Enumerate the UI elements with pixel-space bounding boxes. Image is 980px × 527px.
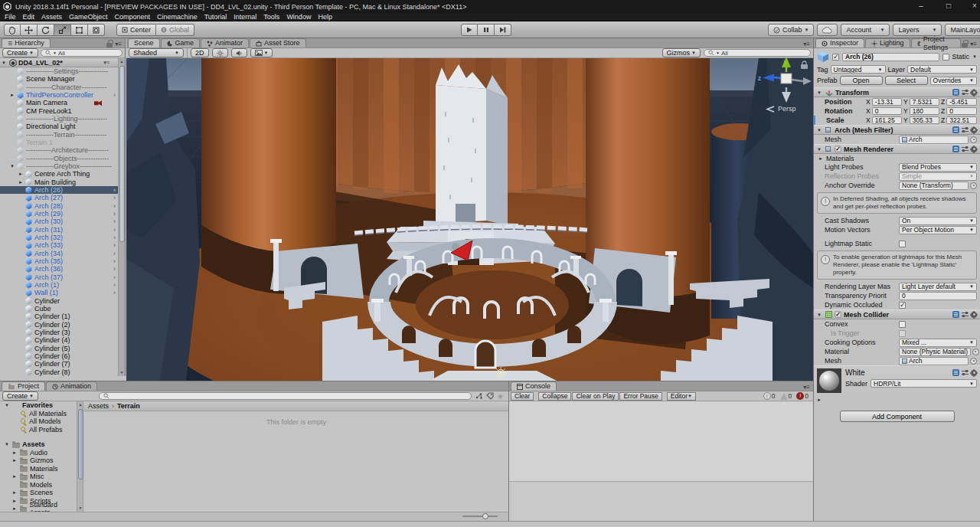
breadcrumb-root[interactable]: Assets bbox=[88, 402, 109, 410]
hierarchy-item[interactable]: Arch (27) bbox=[0, 194, 119, 201]
axis-y-label[interactable]: y bbox=[783, 58, 787, 66]
menu-cinemachine[interactable]: Cinemachine bbox=[157, 13, 198, 21]
hierarchy-item[interactable]: ThirdPersonController bbox=[0, 91, 119, 99]
dynamic-occluded-checkbox[interactable] bbox=[899, 302, 906, 309]
menu-edit[interactable]: Edit bbox=[23, 13, 35, 21]
2d-toggle[interactable]: 2D bbox=[191, 48, 209, 57]
hierarchy-item[interactable]: Arch (29) bbox=[0, 210, 119, 218]
project-tree-item[interactable]: Materials bbox=[0, 465, 77, 473]
hierarchy-item[interactable]: Arch (31) bbox=[0, 226, 119, 234]
mesh-collider-header[interactable]: ▼Mesh Collider bbox=[814, 309, 980, 319]
menu-window[interactable]: Window bbox=[286, 13, 311, 21]
panel-menu-icon[interactable]: ▾≡ bbox=[115, 41, 122, 47]
collider-enabled-checkbox[interactable] bbox=[835, 311, 841, 317]
hand-tool-button[interactable] bbox=[4, 24, 21, 36]
mesh-renderer-header[interactable]: ▼Mesh Renderer bbox=[814, 144, 980, 154]
help-icon[interactable] bbox=[952, 89, 959, 96]
clear-on-play-toggle[interactable]: Clear on Play bbox=[572, 392, 619, 401]
tab-project-settings[interactable]: Project Settings bbox=[911, 38, 962, 47]
editor-dropdown[interactable]: Editor▼ bbox=[667, 392, 696, 401]
error-pause-toggle[interactable]: Error Pause bbox=[619, 392, 662, 401]
hierarchy-item[interactable]: Arch (28) bbox=[0, 202, 119, 210]
pivot-toggle-button[interactable]: Center bbox=[116, 24, 156, 36]
shader-dropdown[interactable]: HDRP/Lit▼ bbox=[871, 379, 977, 388]
hierarchy-item[interactable]: Scene Manager bbox=[0, 75, 119, 83]
project-tree-scrollbar[interactable]: ▲▼ bbox=[77, 401, 83, 512]
menu-tutorial[interactable]: Tutorial bbox=[204, 13, 227, 21]
object-name-field[interactable]: Arch (26) bbox=[842, 53, 939, 61]
anchor-override-field[interactable]: None (Transform) bbox=[899, 182, 969, 190]
project-tree-item[interactable]: All Models bbox=[0, 417, 77, 426]
cast-shadows-dropdown[interactable]: On▼ bbox=[899, 217, 977, 225]
hierarchy-item[interactable]: Arch (1) bbox=[0, 281, 119, 289]
console-log-list[interactable] bbox=[509, 401, 813, 482]
account-dropdown[interactable]: Account▼ bbox=[841, 24, 890, 36]
add-component-button[interactable]: Add Component bbox=[840, 411, 955, 422]
project-asset-pane[interactable]: Assets › Terrain This folder is empty bbox=[84, 401, 508, 512]
gear-icon[interactable] bbox=[971, 127, 977, 133]
gear-icon[interactable] bbox=[971, 370, 977, 376]
gear-icon[interactable] bbox=[971, 312, 977, 318]
hierarchy-item[interactable]: Arch (32) bbox=[0, 234, 119, 241]
hierarchy-item[interactable]: ------------Terrain-------------- bbox=[0, 131, 119, 139]
rotation-z-field[interactable]: 0 bbox=[946, 107, 977, 115]
directional-light-gizmo[interactable] bbox=[495, 367, 507, 379]
hierarchy-search-input[interactable]: ▼ All bbox=[41, 49, 122, 57]
project-tree-item[interactable]: Standard Assets bbox=[0, 505, 77, 512]
project-tree-item[interactable]: Misc bbox=[0, 473, 77, 481]
position-y-field[interactable]: 7.5321 bbox=[910, 98, 939, 106]
hierarchy-item[interactable]: -----------Character----------- bbox=[0, 83, 119, 91]
breadcrumb-current[interactable]: Terrain bbox=[117, 402, 140, 410]
gizmos-dropdown[interactable]: Gizmos▼ bbox=[662, 48, 701, 57]
play-button[interactable] bbox=[461, 24, 478, 36]
hierarchy-item[interactable]: Cylinder (4) bbox=[0, 336, 119, 344]
transform-header[interactable]: ▼Transform bbox=[814, 87, 980, 97]
scale-x-field[interactable]: 161.25 bbox=[872, 116, 902, 124]
create-button[interactable]: Create▼ bbox=[2, 391, 38, 401]
mesh-filter-header[interactable]: ▼Arch (Mesh Filter) bbox=[814, 125, 980, 135]
tab-hierarchy[interactable]: ☰Hierarchy bbox=[2, 38, 51, 47]
axis-z-label[interactable]: z bbox=[758, 74, 762, 82]
rendering-layer-dropdown[interactable]: Light Layer default▼ bbox=[899, 283, 977, 291]
menu-component[interactable]: Component bbox=[115, 13, 151, 21]
scene-header-row[interactable]: ▼DD4_LVL_02*▾≡ bbox=[0, 58, 119, 67]
project-search-input[interactable] bbox=[99, 392, 472, 400]
project-tree-item[interactable]: Scenes bbox=[0, 489, 77, 497]
collab-button[interactable]: Collab▼ bbox=[768, 24, 814, 36]
rect-tool-button[interactable] bbox=[71, 24, 88, 36]
pause-button[interactable] bbox=[478, 24, 495, 36]
info-count-badge[interactable]: !0 bbox=[763, 392, 776, 400]
project-tree-item[interactable]: Assets bbox=[0, 440, 77, 449]
object-picker-icon[interactable] bbox=[972, 349, 979, 355]
rotate-tool-button[interactable] bbox=[38, 24, 54, 36]
physic-material-field[interactable]: None (Physic Material) bbox=[899, 348, 971, 356]
draw-mode-dropdown[interactable]: Shaded▼ bbox=[129, 48, 184, 57]
convex-checkbox[interactable] bbox=[899, 321, 906, 328]
close-button[interactable]: × bbox=[962, 0, 980, 12]
hierarchy-item[interactable]: Wall (1) bbox=[0, 289, 119, 296]
preset-icon[interactable] bbox=[962, 312, 969, 318]
hierarchy-item[interactable]: ------------Lighting------------- bbox=[0, 115, 119, 123]
help-icon[interactable] bbox=[952, 311, 959, 318]
hierarchy-item[interactable]: ------------Settings------------- bbox=[0, 67, 119, 75]
hierarchy-item[interactable]: Arch (35) bbox=[0, 257, 119, 265]
project-tree-item[interactable]: Models bbox=[0, 481, 77, 489]
slider-knob[interactable] bbox=[482, 513, 488, 519]
hierarchy-item[interactable]: CM FreeLook1 bbox=[0, 107, 119, 115]
favorites-star-icon[interactable]: ★ bbox=[497, 392, 504, 401]
persp-label[interactable]: Persp bbox=[778, 105, 796, 113]
layer-dropdown[interactable]: Default▼ bbox=[907, 65, 977, 74]
hierarchy-item[interactable]: ------------Greybox-------------- bbox=[0, 162, 119, 170]
hierarchy-item[interactable]: Arch (33) bbox=[0, 241, 119, 249]
tab-console[interactable]: Console bbox=[511, 381, 557, 391]
material-preview-sphere[interactable] bbox=[817, 368, 841, 393]
menu-file[interactable]: File bbox=[5, 13, 16, 21]
rotation-y-field[interactable]: 180 bbox=[910, 107, 939, 115]
hierarchy-item[interactable]: Arch (34) bbox=[0, 250, 119, 257]
tab-scene[interactable]: Scene bbox=[128, 38, 160, 47]
warning-count-badge[interactable]: 0 bbox=[780, 392, 792, 400]
scene-menu-icon[interactable]: ▾≡ bbox=[103, 60, 119, 66]
hierarchy-item[interactable]: Main Camera bbox=[0, 99, 119, 106]
material-foldout[interactable]: ► bbox=[817, 398, 822, 402]
hierarchy-item[interactable]: Main Building bbox=[0, 178, 119, 186]
